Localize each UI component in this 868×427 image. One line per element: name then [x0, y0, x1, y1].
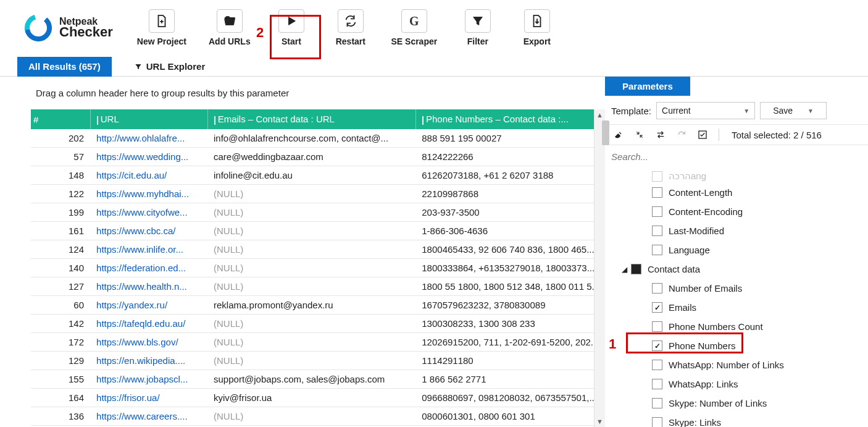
row-url[interactable]: https://cit.edu.au/	[90, 166, 207, 185]
tab-parameters[interactable]: Parameters	[605, 77, 690, 96]
row-email: kyiv@frisor.ua	[207, 389, 415, 407]
app-logo: Netpeak Checker	[25, 14, 113, 41]
add-urls-button[interactable]	[217, 9, 243, 33]
redo-icon[interactable]	[677, 130, 686, 140]
chevron-down-icon: ▼	[807, 108, 814, 114]
checkbox[interactable]	[652, 302, 662, 313]
vertical-scrollbar[interactable]: ▲ ▼	[594, 109, 605, 427]
table-row[interactable]: 148https://cit.edu.au/infoline@cit.edu.a…	[31, 166, 594, 185]
checkbox[interactable]	[652, 245, 662, 255]
col-header-emails[interactable]: Emails – Contact data : URL	[207, 109, 415, 129]
export-button[interactable]	[524, 9, 550, 33]
row-url[interactable]: https://www.health.n...	[90, 277, 207, 296]
checkbox[interactable]	[652, 187, 662, 198]
scroll-thumb[interactable]	[602, 120, 609, 145]
row-url[interactable]: https://tafeqld.edu.au/	[90, 315, 207, 333]
list-item[interactable]: Number of Emails	[611, 279, 866, 298]
table-row[interactable]: 122https://www.myhdhai...(NULL)221099878…	[31, 185, 594, 203]
table-row[interactable]: 142https://tafeqld.edu.au/(NULL)13003082…	[31, 315, 594, 333]
list-item[interactable]: Content-Length	[611, 183, 866, 202]
row-url[interactable]: https://en.wikipedia....	[90, 352, 207, 370]
new-project-button[interactable]	[149, 9, 175, 33]
restart-button[interactable]	[338, 9, 364, 33]
row-url[interactable]: https://www.cbc.ca/	[90, 222, 207, 240]
row-email: (NULL)	[207, 277, 415, 296]
checkbox[interactable]	[652, 283, 662, 294]
table-row[interactable]: 155https://www.jobapscl...support@jobaps…	[31, 370, 594, 389]
table-row[interactable]: 164https://frisor.ua/kyiv@frisor.ua09668…	[31, 389, 594, 407]
row-num: 127	[31, 277, 90, 296]
checkbox[interactable]	[652, 226, 662, 236]
row-phone: 1300308233, 1300 308 233	[415, 315, 594, 333]
eraser-icon[interactable]	[614, 130, 624, 140]
list-item[interactable]: Language	[611, 240, 866, 260]
scroll-up-icon[interactable]: ▲	[595, 109, 605, 120]
template-dropdown[interactable]: Current ▼	[656, 102, 755, 119]
checkbox[interactable]	[652, 360, 662, 370]
list-item[interactable]: WhatsApp: Links	[611, 374, 866, 394]
table-row[interactable]: 129https://en.wikipedia....(NULL)1114291…	[31, 352, 594, 370]
checkbox[interactable]	[652, 417, 662, 427]
row-url[interactable]: https://www.cityofwe...	[90, 203, 207, 222]
col-header-url[interactable]: URL	[90, 109, 207, 129]
table-row[interactable]: 140https://federation.ed...(NULL)1800333…	[31, 259, 594, 277]
row-url[interactable]: https://frisor.ua/	[90, 389, 207, 407]
row-url[interactable]: https://www.inlife.or...	[90, 240, 207, 259]
row-email: infoline@cit.edu.au	[207, 166, 415, 185]
swap-icon[interactable]	[656, 130, 666, 140]
list-item[interactable]: הרכהang	[611, 169, 866, 183]
col-header-phones[interactable]: Phone Numbers – Contact data :...▼	[415, 109, 594, 129]
checkbox[interactable]	[652, 206, 662, 217]
checkbox[interactable]	[652, 379, 662, 389]
row-phone: 203-937-3500	[415, 203, 594, 222]
list-item[interactable]: WhatsApp: Number of Links	[611, 355, 866, 374]
checkbox-indeterminate[interactable]	[631, 264, 641, 274]
collapse-icon[interactable]	[635, 130, 645, 140]
filter-label: Filter	[467, 36, 488, 46]
list-item[interactable]: Emails	[611, 298, 866, 317]
list-item[interactable]: Last-Modified	[611, 221, 866, 240]
table-row[interactable]: 136https://www.careers....(NULL)08006013…	[31, 407, 594, 426]
start-button[interactable]	[278, 9, 304, 33]
table-row[interactable]: 202http://www.ohlalafre...info@ohlalafre…	[31, 129, 594, 148]
list-item[interactable]: Skype: Links	[611, 413, 866, 427]
row-url[interactable]: https://federation.ed...	[90, 259, 207, 277]
table-row[interactable]: 127https://www.health.n...(NULL)1800 55 …	[31, 277, 594, 296]
row-url[interactable]: https://www.jobapscl...	[90, 370, 207, 389]
table-row[interactable]: 161https://www.cbc.ca/(NULL)1-866-306-46…	[31, 222, 594, 240]
filter-button[interactable]	[465, 9, 491, 33]
table-row[interactable]: 60https://yandex.ru/reklama.promont@yand…	[31, 296, 594, 315]
row-email: care@weddingbazaar.com	[207, 148, 415, 166]
search-input[interactable]	[611, 149, 862, 164]
row-url[interactable]: https://www.myhdhai...	[90, 185, 207, 203]
table-row[interactable]: 172https://www.bls.gov/(NULL)12026915200…	[31, 333, 594, 352]
tab-all-results[interactable]: All Results (657)	[17, 57, 112, 77]
row-url[interactable]: https://www.bls.gov/	[90, 333, 207, 352]
checkbox[interactable]	[652, 321, 662, 332]
checkbox[interactable]	[652, 171, 662, 182]
scroll-down-icon[interactable]: ▼	[595, 416, 605, 427]
row-url[interactable]: https://www.careers....	[90, 407, 207, 426]
row-url[interactable]: https://www.wedding...	[90, 148, 207, 166]
table-row[interactable]: 57https://www.wedding...care@weddingbaza…	[31, 148, 594, 166]
checkbox[interactable]	[652, 398, 662, 408]
check-all-icon[interactable]	[698, 130, 707, 140]
group-hint[interactable]: Drag a column header here to group resul…	[0, 77, 605, 109]
row-url[interactable]: https://yandex.ru/	[90, 296, 207, 315]
table-row[interactable]: 199https://www.cityofwe...(NULL)203-937-…	[31, 203, 594, 222]
list-item[interactable]: Skype: Number of Links	[611, 394, 866, 413]
row-url[interactable]: http://www.ohlalafre...	[90, 129, 207, 148]
col-header-num[interactable]: #	[31, 109, 90, 129]
tab-url-explorer[interactable]: URL Explorer	[123, 57, 217, 77]
save-button[interactable]: Save ▼	[760, 102, 827, 119]
row-phone: 8124222266	[415, 148, 594, 166]
result-tabs: All Results (657) URL Explorer	[0, 57, 868, 77]
tree-group-contact-data[interactable]: ◢ Contact data	[611, 260, 866, 279]
list-item[interactable]: Content-Encoding	[611, 202, 866, 221]
expand-icon[interactable]: ◢	[620, 265, 628, 274]
se-scraper-button[interactable]: G	[401, 9, 427, 33]
table-row[interactable]: 124https://www.inlife.or...(NULL)1800465…	[31, 240, 594, 259]
results-panel: Drag a column header here to group resul…	[0, 77, 605, 427]
export-label: Export	[524, 36, 551, 46]
file-plus-icon	[155, 14, 169, 28]
